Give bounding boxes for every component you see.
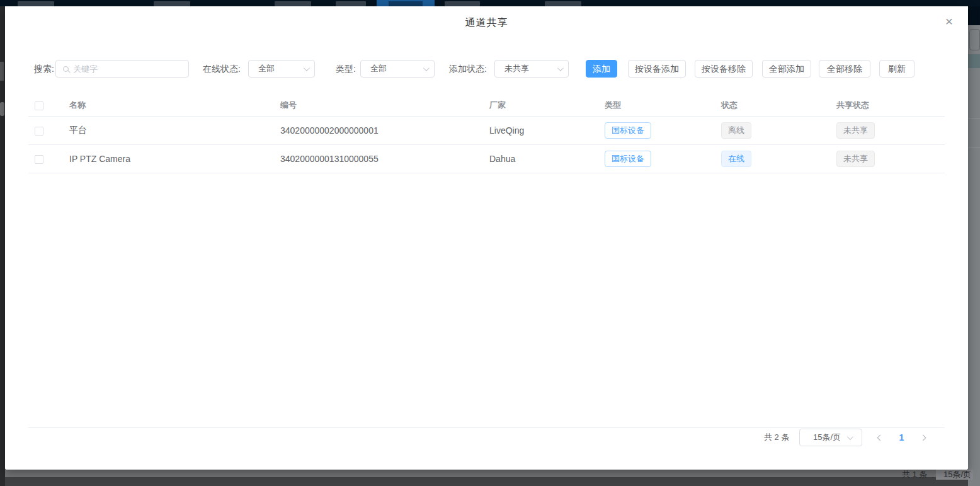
- background-tab-fragment: [154, 1, 190, 6]
- filter-bar: 搜索: 在线状态: 全部 类型: 全部 添加状态: 未共享 添加 按设备添加 按…: [5, 60, 968, 78]
- total-count: 共 2 条: [764, 432, 789, 443]
- cell-number: 34020000001310000055: [274, 144, 483, 173]
- chevron-down-icon: [847, 434, 853, 440]
- table-row[interactable]: IP PTZ Camera 34020000001310000055 Dahua…: [28, 144, 945, 173]
- cell-vendor: Dahua: [483, 144, 598, 173]
- online-status-label: 在线状态:: [203, 60, 241, 78]
- chevron-down-icon: [423, 65, 430, 71]
- column-header-status: 状态: [715, 95, 830, 116]
- pagination-divider: [28, 427, 945, 428]
- background-overlay-left: [0, 6, 5, 486]
- add-status-label: 添加状态:: [449, 60, 487, 78]
- pagination: 共 2 条 15条/页 1: [764, 429, 932, 446]
- column-header-number: 编号: [274, 95, 483, 116]
- page-size-select[interactable]: 15条/页: [799, 429, 862, 446]
- column-header-type: 类型: [598, 95, 715, 116]
- background-tab-fragment: [336, 1, 366, 6]
- background-tab-fragment: [275, 1, 311, 6]
- page-number-current[interactable]: 1: [892, 429, 910, 446]
- type-tag: 国标设备: [605, 122, 651, 139]
- background-page-size-fragment: 15条/页: [943, 470, 973, 481]
- chevron-left-icon: [877, 434, 884, 441]
- channel-share-dialog: 通道共享 × 搜索: 在线状态: 全部 类型: 全部 添加状态: 未共享 添加 …: [5, 6, 968, 470]
- search-input[interactable]: [73, 64, 183, 74]
- page-size-value: 15条/页: [813, 432, 841, 443]
- share-status-tag: 未共享: [836, 151, 875, 167]
- search-label: 搜索:: [34, 60, 54, 78]
- add-by-device-button[interactable]: 按设备添加: [628, 60, 686, 78]
- type-label: 类型:: [336, 60, 356, 78]
- search-box: [55, 60, 189, 78]
- row-checkbox[interactable]: [35, 127, 43, 136]
- cell-name: IP PTZ Camera: [63, 144, 274, 173]
- row-checkbox[interactable]: [35, 155, 43, 164]
- channel-table: 名称 编号 厂家 类型 状态 共享状态 平台 34020000002000000…: [28, 95, 945, 173]
- close-icon: ×: [945, 14, 953, 28]
- type-value: 全部: [370, 63, 423, 74]
- chevron-right-icon: [920, 434, 926, 441]
- type-select[interactable]: 全部: [360, 60, 435, 78]
- background-tab-bar: [0, 0, 980, 6]
- online-status-select[interactable]: 全部: [248, 60, 315, 78]
- cell-vendor: LiveQing: [483, 116, 598, 144]
- background-active-tab: [377, 0, 435, 6]
- chevron-down-icon: [304, 65, 310, 71]
- status-tag-offline: 离线: [721, 122, 751, 139]
- dialog-title: 通道共享: [5, 16, 968, 30]
- background-tab-fragment: [18, 1, 54, 6]
- column-header-vendor: 厂家: [483, 95, 598, 116]
- type-tag: 国标设备: [605, 151, 651, 167]
- add-status-value: 未共享: [504, 63, 557, 74]
- remove-by-device-button[interactable]: 按设备移除: [695, 60, 753, 78]
- column-header-name: 名称: [63, 95, 274, 116]
- background-tab-fragment: [545, 1, 581, 6]
- prev-page-button[interactable]: [871, 429, 889, 446]
- add-all-button[interactable]: 全部添加: [762, 60, 811, 78]
- background-tab-fragment: [445, 1, 480, 6]
- select-all-checkbox[interactable]: [35, 101, 43, 110]
- background-overlay-bottom: 共 1 条 15条/页: [5, 470, 968, 486]
- column-header-share-status: 共享状态: [830, 95, 945, 116]
- background-total-count-fragment: 共 1 条: [902, 470, 927, 481]
- chevron-down-icon: [557, 65, 564, 71]
- share-status-tag: 未共享: [836, 122, 875, 139]
- background-overlay-right: [968, 6, 980, 486]
- cell-number: 34020000002000000001: [274, 116, 483, 144]
- search-icon: [63, 66, 69, 72]
- remove-all-button[interactable]: 全部移除: [819, 60, 870, 78]
- add-button[interactable]: 添加: [586, 60, 617, 78]
- next-page-button[interactable]: [914, 429, 932, 446]
- table-header-row: 名称 编号 厂家 类型 状态 共享状态: [28, 95, 945, 116]
- close-button[interactable]: ×: [940, 13, 958, 30]
- cell-name: 平台: [63, 116, 274, 144]
- status-tag-online: 在线: [721, 151, 751, 167]
- add-status-select[interactable]: 未共享: [494, 60, 569, 78]
- table-row[interactable]: 平台 34020000002000000001 LiveQing 国标设备 离线…: [28, 116, 945, 144]
- refresh-button[interactable]: 刷新: [879, 60, 914, 78]
- online-status-value: 全部: [258, 63, 304, 74]
